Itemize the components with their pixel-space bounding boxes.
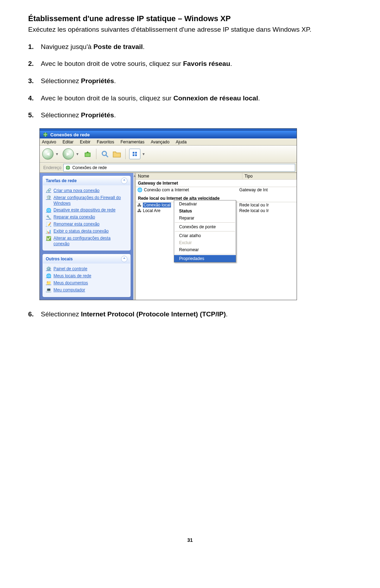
ctx-separator-3 xyxy=(175,254,235,254)
documents-icon: 📁 xyxy=(46,280,51,286)
ctx-criar-atalho[interactable]: Criar atalho xyxy=(174,232,236,239)
views-dropdown-icon[interactable]: ▾ xyxy=(142,151,147,156)
firewall-icon: 🛡️ xyxy=(46,195,51,201)
back-button[interactable]: ◄ xyxy=(42,148,54,160)
ctx-propriedades[interactable]: Propriedades xyxy=(174,255,236,262)
menu-ferramentas[interactable]: Ferramentas xyxy=(120,140,144,144)
toolbar-separator xyxy=(96,149,96,159)
address-bar: Endereço Conexões de rede xyxy=(40,163,297,173)
screenshot-window: Conexões de rede Arquivo Editar Exibir F… xyxy=(39,128,297,300)
network-places-icon: 🌐 xyxy=(46,273,51,279)
ctx-separator-2 xyxy=(175,231,235,231)
task-new-connection[interactable]: 🔗Criar uma nova conexão xyxy=(46,187,127,194)
toolbar: ◄ ▾ ◄ ▾ ▾ xyxy=(40,146,297,163)
window-titlebar[interactable]: Conexões de rede xyxy=(40,131,297,138)
address-value: Conexões de rede xyxy=(72,165,107,170)
forward-dropdown-icon[interactable]: ▾ xyxy=(76,151,81,156)
svg-rect-5 xyxy=(135,154,137,156)
row-internet-connection[interactable]: 🌐Conexão com a Internet Gateway de Int xyxy=(136,187,297,193)
network-connections-icon xyxy=(43,132,48,137)
task-repair[interactable]: 🔧Reparar esta conexão xyxy=(46,214,127,221)
task-change-settings[interactable]: ✅Alterar as configurações desta conexão xyxy=(46,235,127,247)
toolbar-separator-2 xyxy=(125,149,126,159)
svg-point-1 xyxy=(102,151,107,156)
panel-head-other[interactable]: Outros locais ⌃ xyxy=(43,254,130,264)
other-control-panel[interactable]: ⚙️Painel de controle xyxy=(46,266,127,273)
search-button[interactable] xyxy=(100,149,110,159)
group-gateway: Gateway de Internet xyxy=(136,180,297,187)
ctx-renomear[interactable]: Renomear xyxy=(174,246,236,253)
svg-rect-2 xyxy=(133,152,134,154)
disable-device-icon: 🌐 xyxy=(46,208,51,213)
settings-icon: ✅ xyxy=(46,236,51,241)
menu-arquivo[interactable]: Arquivo xyxy=(42,140,56,144)
menu-favoritos[interactable]: Favoritos xyxy=(97,140,114,144)
address-field[interactable]: Conexões de rede xyxy=(63,164,295,172)
collapse-icon-2[interactable]: ⌃ xyxy=(121,256,127,262)
col-name[interactable]: Nome xyxy=(136,173,242,179)
window-content: Tarefas de rede ⌃ 🔗Criar uma nova conexã… xyxy=(40,173,297,300)
task-firewall[interactable]: 🛡️Alterar configurações do Firewall do W… xyxy=(46,194,127,207)
step-2: 2. Avec le bouton droit de votre souris,… xyxy=(28,60,352,68)
ctx-bridge[interactable]: Conexões de ponte xyxy=(174,223,236,230)
menubar[interactable]: Arquivo Editar Exibir Favoritos Ferramen… xyxy=(40,138,297,146)
menu-avancado[interactable]: Avançado xyxy=(151,140,169,144)
forward-button[interactable]: ◄ xyxy=(62,148,74,160)
computer-icon: 💻 xyxy=(46,287,51,293)
menu-editar[interactable]: Editar xyxy=(63,140,74,144)
status-icon: 📊 xyxy=(46,229,51,234)
main-list: Nome Tipo Gateway de Internet 🌐Conexão c… xyxy=(136,173,297,300)
back-dropdown-icon[interactable]: ▾ xyxy=(56,151,60,156)
svg-rect-4 xyxy=(133,154,134,156)
page-number: 31 xyxy=(28,537,352,553)
step-5: 5. Sélectionnez Propriétés. xyxy=(28,111,352,120)
panel-other-places: Outros locais ⌃ ⚙️Painel de controle 🌐Me… xyxy=(43,254,131,297)
menu-exibir[interactable]: Exibir xyxy=(80,140,90,144)
folders-button[interactable] xyxy=(112,149,122,159)
ctx-separator-1 xyxy=(175,222,235,223)
repair-icon: 🔧 xyxy=(46,215,51,220)
ctx-excluir: Excluir xyxy=(174,239,236,246)
panel-head-tasks[interactable]: Tarefas de rede ⌃ xyxy=(43,176,130,185)
new-connection-icon: 🔗 xyxy=(46,188,51,194)
collapse-icon[interactable]: ⌃ xyxy=(121,178,127,184)
lan-icon-2: 🖧 xyxy=(137,208,141,213)
task-rename[interactable]: 📝Renomear esta conexão xyxy=(46,221,127,228)
other-my-computer[interactable]: 💻Meu computador xyxy=(46,287,127,294)
ctx-status[interactable]: Status xyxy=(174,208,236,215)
step-6: 6. Sélectionnez Internet Protocol (Proto… xyxy=(28,310,352,319)
col-type[interactable]: Tipo xyxy=(242,173,297,179)
other-my-documents[interactable]: 📁Meus documentos xyxy=(46,280,127,287)
views-button[interactable] xyxy=(129,149,140,159)
doc-intro: Exécutez les opérations suivantes d'étab… xyxy=(28,25,352,34)
step-1: 1. Naviguez jusqu'à Poste de travail. xyxy=(28,43,352,51)
context-menu[interactable]: Desativar Status Reparar Conexões de pon… xyxy=(174,200,236,262)
ctx-reparar[interactable]: Reparar xyxy=(174,215,236,222)
other-network-places[interactable]: 🌐Meus locais de rede xyxy=(46,273,127,280)
column-headers: Nome Tipo xyxy=(136,173,297,180)
task-status[interactable]: 📊Exibir o status desta conexão xyxy=(46,228,127,235)
step-4: 4. Avec le bouton droit de la souris, cl… xyxy=(28,94,352,103)
lan-icon: 🖧 xyxy=(137,203,141,208)
splitter[interactable]: ▲ xyxy=(133,173,136,300)
globe-icon: 🌐 xyxy=(137,187,142,192)
task-disable-device[interactable]: 🌐Desative este dispositivo de rede xyxy=(46,207,127,214)
svg-rect-3 xyxy=(135,152,137,154)
address-icon xyxy=(65,165,71,171)
ctx-desativar[interactable]: Desativar xyxy=(174,200,236,208)
window-title: Conexões de rede xyxy=(50,132,90,137)
panel-network-tasks: Tarefas de rede ⌃ 🔗Criar uma nova conexã… xyxy=(43,176,131,250)
sidebar: Tarefas de rede ⌃ 🔗Criar uma nova conexã… xyxy=(40,173,133,300)
up-button[interactable] xyxy=(83,149,93,159)
menu-ajuda[interactable]: Ajuda xyxy=(176,140,187,144)
control-panel-icon: ⚙️ xyxy=(46,266,51,272)
address-label: Endereço xyxy=(41,165,63,170)
step-3: 3. Sélectionnez Propriétés. xyxy=(28,77,352,86)
rename-icon: 📝 xyxy=(46,222,51,227)
doc-heading: Établissement d'une adresse IP statique … xyxy=(28,14,352,23)
